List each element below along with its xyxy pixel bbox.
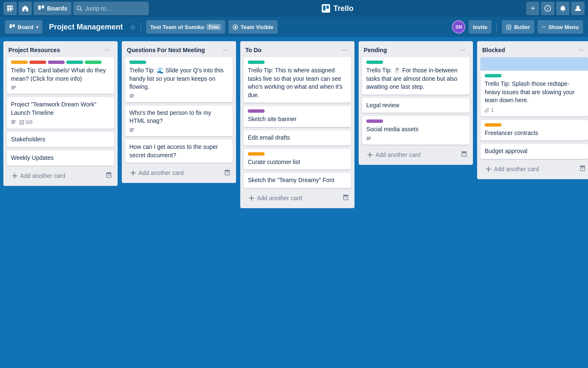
card[interactable]: Freelancer contracts xyxy=(480,120,588,141)
list-menu-button[interactable]: ··· xyxy=(339,45,349,55)
list-menu-button[interactable]: ··· xyxy=(457,45,468,55)
svg-point-10 xyxy=(77,6,81,10)
card-text: Trello Tip: 🖱️ For those in-between task… xyxy=(366,66,465,91)
svg-rect-2 xyxy=(12,5,13,8)
chevron-icon: ▾ xyxy=(36,25,38,29)
card-footer xyxy=(129,94,228,99)
card-label xyxy=(29,61,46,64)
card-text: Curate customer list xyxy=(248,158,347,167)
svg-rect-16 xyxy=(13,24,15,27)
card-text: Freelancer contracts xyxy=(485,129,584,138)
invite-label: Invite xyxy=(473,24,487,30)
svg-rect-25 xyxy=(11,123,15,124)
card[interactable]: Sketch site banner xyxy=(244,106,351,127)
list-menu-button[interactable]: ··· xyxy=(220,45,231,55)
card-label xyxy=(11,61,28,64)
description-icon xyxy=(11,120,16,125)
card[interactable]: Who's the best person to fix my HTML sna… xyxy=(125,106,233,136)
user-avatar[interactable]: SN xyxy=(452,20,465,34)
svg-rect-44 xyxy=(580,167,585,171)
card[interactable]: Trello Tip: 🌊 Slide your Q's into this h… xyxy=(125,57,233,102)
add-card-button[interactable]: Add another card xyxy=(125,166,222,180)
star-button[interactable]: ☆ xyxy=(130,23,136,31)
team-button[interactable]: Test Team of Sumiko Free xyxy=(146,20,225,34)
notifications-button[interactable] xyxy=(556,2,570,15)
card[interactable]: Legal review xyxy=(362,98,470,113)
svg-rect-33 xyxy=(130,131,133,132)
list-title: Project Resources xyxy=(8,47,60,53)
boards-label: Boards xyxy=(47,5,67,12)
svg-rect-5 xyxy=(12,8,13,10)
card-text: Budget approval xyxy=(485,147,584,156)
search-bar[interactable] xyxy=(73,2,149,15)
boards-button[interactable]: Boards xyxy=(34,2,71,15)
archive-button[interactable] xyxy=(103,171,114,180)
card-labels xyxy=(485,123,584,127)
svg-rect-7 xyxy=(10,11,12,11)
card-label xyxy=(366,61,383,64)
description-icon xyxy=(129,128,134,133)
card-text: Trello Tip: This is where assigned tasks… xyxy=(248,66,347,99)
card-text: Social media assets xyxy=(366,125,465,134)
add-card-button[interactable]: Add another card xyxy=(244,191,340,205)
create-button[interactable]: + xyxy=(526,2,539,15)
show-menu-button[interactable]: ··· Show Menu xyxy=(538,20,583,34)
svg-line-11 xyxy=(80,9,82,11)
home-button[interactable] xyxy=(18,2,32,15)
description-icon xyxy=(129,94,134,99)
card[interactable]: Trello Tip: 🖱️ For those in-between task… xyxy=(362,57,470,95)
card[interactable]: Project "Teamwork Dream Work" Launch Tim… xyxy=(7,97,114,129)
attachment-icon: 1 xyxy=(485,107,494,113)
card[interactable]: Social media assets xyxy=(362,116,470,145)
archive-button[interactable] xyxy=(340,193,351,202)
svg-rect-28 xyxy=(130,94,134,95)
card-label xyxy=(248,152,265,156)
card[interactable]: Curate customer list xyxy=(244,149,351,170)
card-label xyxy=(485,123,501,127)
list-menu-button[interactable]: ··· xyxy=(102,45,113,55)
card[interactable]: Weekly Updates xyxy=(7,151,114,166)
add-card-button[interactable]: Add another card xyxy=(480,162,577,176)
list-project-resources: Project Resources ··· Trello Tip: Card l… xyxy=(3,41,118,186)
svg-rect-1 xyxy=(10,5,12,8)
archive-button[interactable] xyxy=(222,169,233,177)
archive-button[interactable] xyxy=(577,164,588,173)
card[interactable]: Sketch the "Teamy Dreamy" Font xyxy=(244,173,351,188)
add-card-button[interactable]: Add another card xyxy=(7,169,103,183)
list-header-questions-next-meeting: Questions For Next Meeting ··· xyxy=(122,41,236,57)
board-header-right: SN Invite Butler ··· Show Menu xyxy=(452,20,583,34)
card-labels xyxy=(366,61,465,64)
card[interactable]: Edit email drafts xyxy=(244,130,351,146)
add-card-button[interactable]: Add another card xyxy=(362,148,459,161)
card[interactable]: Budget approval xyxy=(480,144,588,159)
list-to-do: To Do ··· Trello Tip: This is where assi… xyxy=(240,41,354,208)
card[interactable]: Trello Tip: This is where assigned tasks… xyxy=(244,57,351,103)
list-pending: Pending ··· Trello Tip: 🖱️ For those in-… xyxy=(359,41,473,165)
card[interactable]: Stakeholders xyxy=(7,132,114,147)
grid-menu-button[interactable] xyxy=(3,2,17,15)
card-footer xyxy=(129,128,228,133)
list-cards-blocked: Trello Tip: Splash those redtape-heavy i… xyxy=(477,57,588,161)
list-menu-button[interactable]: ··· xyxy=(576,45,586,55)
invite-button[interactable]: Invite xyxy=(469,20,491,34)
separator xyxy=(141,23,141,31)
list-blocked: Blocked ··· Trello Tip: Splash those red… xyxy=(477,41,588,179)
archive-button[interactable] xyxy=(459,150,470,159)
card[interactable]: How can I get access to the super secret… xyxy=(125,140,233,163)
list-cards-to-do: Trello Tip: This is where assigned tasks… xyxy=(240,57,354,190)
card[interactable]: Trello Tip: Card labels! What do they me… xyxy=(7,57,114,94)
profile-button[interactable] xyxy=(571,2,585,15)
card[interactable]: Trello Tip: Splash those redtape-heavy i… xyxy=(480,57,588,116)
info-button[interactable]: i xyxy=(541,2,554,15)
search-input[interactable] xyxy=(85,5,144,12)
list-questions-next-meeting: Questions For Next Meeting ··· Trello Ti… xyxy=(122,41,236,183)
svg-rect-42 xyxy=(462,153,467,157)
visibility-button[interactable]: Team Visible xyxy=(228,20,278,34)
board-view-button[interactable]: Board ▾ xyxy=(5,20,42,34)
butler-button[interactable]: Butler xyxy=(502,20,534,34)
card-labels xyxy=(366,119,465,123)
add-card-label: Add another card xyxy=(494,166,539,172)
add-card-row: Add another card xyxy=(359,146,473,165)
svg-rect-3 xyxy=(7,8,9,10)
card-footer: 0/6 xyxy=(11,119,110,125)
